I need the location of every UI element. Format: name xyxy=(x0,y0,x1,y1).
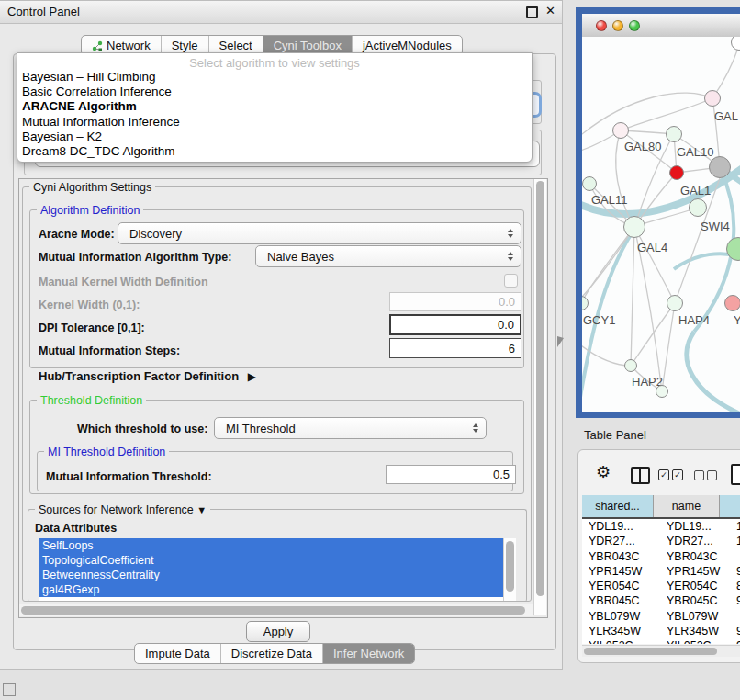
network-node-swi4[interactable] xyxy=(689,198,707,217)
splitter-handle-icon[interactable] xyxy=(557,336,564,347)
network-node-gal[interactable] xyxy=(704,90,721,107)
apply-button[interactable]: Apply xyxy=(246,621,310,642)
attributes-list-scrollbar[interactable] xyxy=(503,538,516,601)
node-label-gal4: GAL4 xyxy=(637,241,667,254)
close-icon[interactable]: ✕ xyxy=(545,4,555,17)
attribute-item-topologicalcoefficient[interactable]: TopologicalCoefficient xyxy=(39,553,515,568)
network-node-gal11[interactable] xyxy=(582,176,597,191)
mi-steps-input[interactable] xyxy=(389,338,521,358)
dpi-tolerance-input[interactable] xyxy=(389,314,521,335)
dropdown-item-dream8-dc-tdc-algorithm[interactable]: Dream8 DC_TDC Algorithm xyxy=(22,144,175,158)
table-row[interactable]: YDR27...YDR27...12 xyxy=(582,534,740,548)
tab-discretize-data[interactable]: Discretize Data xyxy=(220,644,322,663)
node-label-swi4: SWI4 xyxy=(701,220,730,233)
node-label-gal1: GAL1 xyxy=(680,184,711,198)
table-row[interactable]: YPR145WYPR145W9. xyxy=(582,564,740,579)
checked-box-icon[interactable]: ✓ xyxy=(658,469,669,480)
network-node-hap2[interactable] xyxy=(624,359,637,372)
algorithm-dropdown-placeholder: Select algorithm to view settings xyxy=(17,56,532,70)
combo-stepper-icon xyxy=(504,226,521,241)
mi-threshold-input[interactable] xyxy=(386,465,516,484)
control-panel: Control Panel ✕ NetworkStyleSelectCyni T… xyxy=(0,0,563,670)
network-canvas[interactable]: GALGAL80GAL10GAL1GAL11SWI4GAL4GCY1HAP4YH… xyxy=(582,37,740,412)
which-threshold-combo[interactable]: MI Threshold xyxy=(214,417,487,439)
manual-kernel-checkbox[interactable] xyxy=(504,274,518,288)
dropdown-item-aracne-algorithm[interactable]: ARACNE Algorithm xyxy=(22,99,137,113)
network-node-hap4[interactable] xyxy=(667,295,683,311)
attribute-item-betweennesscentrality[interactable]: BetweennessCentrality xyxy=(39,568,515,582)
network-node[interactable] xyxy=(656,385,668,398)
window-minimize-icon[interactable] xyxy=(612,20,623,31)
network-node-gal4[interactable] xyxy=(623,216,645,238)
settings-vertical-scrollbar[interactable] xyxy=(533,179,546,615)
unchecked-box-icon[interactable] xyxy=(694,470,704,480)
node-label-y: Y xyxy=(734,313,740,327)
table-row[interactable]: YBR045CYBR045C9. xyxy=(582,593,740,608)
network-node-gal10[interactable] xyxy=(666,126,682,142)
table-row[interactable]: YER054CYER054C8. xyxy=(582,579,740,593)
manual-kernel-label: Manual Kernel Width Definition xyxy=(39,276,208,288)
table-row[interactable]: YBL079WYBL079W xyxy=(582,609,740,624)
kernel-width-label: Kernel Width (0,1): xyxy=(39,299,140,311)
column-header-shared-[interactable]: shared... xyxy=(582,495,654,517)
table-cell xyxy=(733,609,740,624)
dpi-tolerance-label: DPI Tolerance [0,1]: xyxy=(39,322,145,334)
table-horizontal-scrollbar[interactable] xyxy=(582,645,740,657)
dropdown-item-bayesian-hill-climbing[interactable]: Bayesian – Hill Climbing xyxy=(22,70,156,84)
table-panel-title: Table Panel xyxy=(584,428,646,442)
dropdown-item-mutual-information-inference[interactable]: Mutual Information Inference xyxy=(22,115,180,129)
network-icon xyxy=(92,40,103,51)
table-cell: 9. xyxy=(733,564,740,579)
network-node-gal80[interactable] xyxy=(612,122,629,139)
network-view-window[interactable]: GALGAL80GAL10GAL1GAL11SWI4GAL4GCY1HAP4YH… xyxy=(576,7,740,418)
table-row[interactable]: YLR345WYLR345W9. xyxy=(582,624,740,638)
page-icon[interactable] xyxy=(731,464,740,485)
table-cell: YDR27... xyxy=(660,534,733,548)
which-threshold-label: Which threshold to use: xyxy=(77,423,207,435)
combo-stepper-icon xyxy=(504,249,521,264)
hub-definition-toggle[interactable]: Hub/Transcription Factor Definition ▶ xyxy=(39,369,256,383)
mi-algorithm-type-label: Mutual Information Algorithm Type: xyxy=(39,251,231,264)
dropdown-item-bayesian-k2[interactable]: Bayesian – K2 xyxy=(22,130,102,143)
aracne-mode-label: Aracne Mode: xyxy=(39,228,115,241)
which-threshold-value: MI Threshold xyxy=(215,422,469,435)
tab-label: Discretize Data xyxy=(231,647,312,660)
panel-grip-icon[interactable] xyxy=(3,683,16,696)
node-label-hap4: HAP4 xyxy=(678,313,710,327)
tab-infer-network[interactable]: Infer Network xyxy=(322,644,414,663)
gear-icon[interactable]: ⚙ xyxy=(596,462,611,482)
aracne-mode-value: Discovery xyxy=(118,227,504,241)
unchecked-box-icon[interactable] xyxy=(707,470,717,480)
sources-group-title[interactable]: Sources for Network Inference ▼ xyxy=(35,503,210,516)
mi-algorithm-type-combo[interactable]: Naive Bayes xyxy=(255,245,521,267)
collapsed-arrow-icon: ▶ xyxy=(242,370,256,383)
float-panel-icon[interactable] xyxy=(526,6,538,18)
window-close-icon[interactable] xyxy=(596,20,607,31)
network-node-y[interactable] xyxy=(724,295,740,311)
column-view-icon[interactable] xyxy=(631,467,650,484)
column-header-name[interactable]: name xyxy=(654,495,720,517)
data-attributes-label: Data Attributes xyxy=(35,522,117,535)
network-node-gal1[interactable] xyxy=(669,165,684,180)
dropdown-item-basic-correlation-inference[interactable]: Basic Correlation Inference xyxy=(22,85,172,98)
aracne-mode-combo[interactable]: Discovery xyxy=(118,222,521,244)
attribute-item-selfloops[interactable]: SelfLoops xyxy=(39,538,515,553)
table-row[interactable]: YIL052CYIL052C9 xyxy=(582,638,740,644)
column-header-3[interactable] xyxy=(720,495,740,517)
table-cell: YBR043C xyxy=(660,549,733,564)
node-label-gal11: GAL11 xyxy=(591,193,628,207)
node-label-gal10: GAL10 xyxy=(677,145,713,159)
settings-horizontal-scrollbar[interactable] xyxy=(19,604,533,616)
table-cell xyxy=(733,549,740,564)
checked-box-icon[interactable]: ✓ xyxy=(672,469,683,480)
table-cell: YBL079W xyxy=(582,609,660,624)
kernel-width-input[interactable] xyxy=(389,292,521,311)
window-zoom-icon[interactable] xyxy=(629,20,640,31)
table-row[interactable]: YDL19...YDL19...13 xyxy=(582,519,740,534)
network-node[interactable] xyxy=(709,156,731,178)
table-row[interactable]: YBR043CYBR043C xyxy=(582,549,740,564)
tab-impute-data[interactable]: Impute Data xyxy=(135,644,220,663)
mi-threshold-label: Mutual Information Threshold: xyxy=(46,470,212,483)
attribute-item-gal4rgexp[interactable]: gal4RGexp xyxy=(39,582,515,597)
network-window-titlebar[interactable] xyxy=(582,14,740,38)
